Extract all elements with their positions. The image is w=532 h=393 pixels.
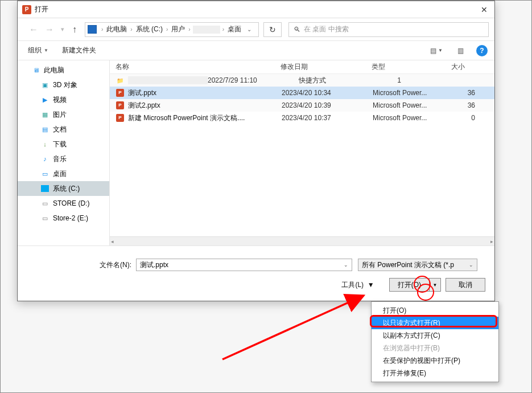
menu-item-open-copy[interactable]: 以副本方式打开(C) [372,329,498,342]
breadcrumb-desktop[interactable]: 桌面 [226,24,242,34]
sidebar-item-documents[interactable]: ▤文档 [18,122,109,137]
up-button[interactable]: ↑ [68,24,81,35]
col-type[interactable]: 类型 [372,62,451,72]
music-icon: ♪ [40,154,50,163]
search-placeholder: 在 桌面 中搜索 [304,24,349,34]
breadcrumb-root[interactable]: 此电脑 [105,24,128,34]
open-dropdown-button[interactable]: ▼ [430,278,441,292]
pc-icon [88,25,97,34]
open-button[interactable]: 打开(O) [389,278,430,292]
file-row[interactable]: 📁 hidden 2022/7/29 11:10 快捷方式 1 [110,74,494,87]
file-row[interactable]: P 新建 Microsoft PowerPoint 演示文稿.... 2023/… [110,112,494,124]
breadcrumb[interactable]: › 此电脑 › 系统 (C:) › 用户 › xx › 桌面 ⌄ [85,22,259,37]
file-type-filter[interactable]: 所有 PowerPoint 演示文稿 (*.p ⌄ [358,259,477,271]
organize-button[interactable]: 组织▼ [24,43,52,58]
refresh-button[interactable]: ↻ [263,22,282,37]
download-icon: ↓ [40,140,50,149]
desktop-icon: ▭ [40,169,50,178]
ppt-icon: P [116,113,125,122]
breadcrumb-dropdown[interactable]: ⌄ [242,26,256,32]
file-type: Microsoft Power... [373,114,452,122]
menu-item-open[interactable]: 打开(O) [372,304,498,317]
powerpoint-icon: P [22,5,31,14]
file-type: 快捷方式 [299,76,378,85]
filename-label: 文件名(N): [100,260,131,270]
close-button[interactable]: ✕ [477,3,491,16]
file-size: 1 [378,76,401,84]
chevron-right-icon: › [164,26,170,32]
file-row[interactable]: P 测试2.pptx 2023/4/20 10:39 Microsoft Pow… [110,99,494,112]
menu-item-open-repair[interactable]: 打开并修复(E) [372,367,498,379]
col-date[interactable]: 修改日期 [281,62,372,72]
picture-icon: ▦ [40,110,50,119]
cube-icon: ▣ [40,80,50,89]
file-row[interactable]: P 测试.pptx 2023/4/20 10:34 Microsoft Powe… [110,87,494,99]
col-size[interactable]: 大小 [451,62,474,72]
open-dropdown-menu: 打开(O) 以只读方式打开(R) 以副本方式打开(C) 在浏览器中打开(B) 在… [371,301,499,382]
search-icon: 🔍︎ [294,26,300,34]
back-button[interactable]: ← [26,24,42,35]
dialog-title: 打开 [35,5,48,14]
breadcrumb-drive[interactable]: 系统 (C:) [135,24,164,34]
forward-button[interactable]: → [42,24,57,35]
help-button[interactable]: ? [476,45,488,56]
file-size: 0 [452,114,475,122]
svg-line-0 [222,296,364,359]
footer: 文件名(N): 测试.pptx ⌄ 所有 PowerPoint 演示文稿 (*.… [18,245,494,292]
file-name: 新建 Microsoft PowerPoint 演示文稿.... [128,113,282,123]
chevron-right-icon: › [99,26,105,32]
sidebar-item-drive-e[interactable]: ▭Store-2 (E:) [18,211,109,226]
drive-icon: ▭ [40,199,50,208]
file-date: 2023/4/20 10:39 [282,101,373,109]
chevron-down-icon[interactable]: ⌄ [344,262,348,268]
sidebar-item-downloads[interactable]: ↓下载 [18,137,109,152]
sidebar-item-video[interactable]: ▶视频 [18,92,109,107]
sidebar-item-drive-c[interactable]: 系统 (C:) [18,181,109,196]
file-size: 36 [452,101,475,109]
nav-row: ← → ▾ ↑ › 此电脑 › 系统 (C:) › 用户 › xx › 桌面 ⌄… [18,18,494,41]
breadcrumb-user-blurred[interactable]: xx [193,26,220,34]
ppt-icon: P [116,88,125,97]
menu-item-open-readonly[interactable]: 以只读方式打开(R) [372,317,498,329]
sidebar-item-pictures[interactable]: ▦图片 [18,107,109,122]
preview-button[interactable]: ▥ [452,44,468,57]
file-type: Microsoft Power... [373,101,452,109]
sidebar-item-music[interactable]: ♪音乐 [18,152,109,166]
file-pane: 名称 修改日期 类型 大小 📁 hidden 2022/7/29 11:10 快… [110,60,494,245]
titlebar: P 打开 ✕ [18,1,494,18]
sidebar-item-3d[interactable]: ▣3D 对象 [18,77,109,92]
sidebar-item-desktop[interactable]: ▭桌面 [18,166,109,181]
video-icon: ▶ [40,95,50,104]
drive-icon: ▭ [40,214,50,223]
chevron-down-icon[interactable]: ⌄ [469,262,473,268]
open-split-button[interactable]: 打开(O) ▼ [389,278,441,292]
chevron-right-icon: › [186,26,192,32]
breadcrumb-users[interactable]: 用户 [170,24,186,34]
filename-input[interactable]: 测试.pptx ⌄ [136,259,352,271]
file-date: 2023/4/20 10:37 [282,114,373,122]
history-dropdown[interactable]: ▾ [57,26,68,33]
toolbar: 组织▼ 新建文件夹 ▤ ▼ ▥ ? [18,41,494,60]
chevron-right-icon: › [128,26,134,32]
windows-icon [40,184,50,193]
menu-item-open-browser[interactable]: 在浏览器中打开(B) [372,342,498,354]
horizontal-scrollbar[interactable]: ◂▸ [110,236,494,245]
file-list: 📁 hidden 2022/7/29 11:10 快捷方式 1 P 测试.ppt… [110,74,494,236]
file-date: 2023/4/20 10:34 [282,89,373,97]
col-name[interactable]: 名称 [116,62,281,72]
view-button[interactable]: ▤ ▼ [428,44,444,57]
open-file-dialog: P 打开 ✕ ← → ▾ ↑ › 此电脑 › 系统 (C:) › 用户 › xx… [17,1,495,301]
sidebar: 🖥此电脑 ▣3D 对象 ▶视频 ▦图片 ▤文档 ↓下载 ♪音乐 ▭桌面 系统 (… [18,60,110,245]
document-icon: ▤ [40,125,50,134]
tools-button[interactable]: 工具(L) ▼ [341,280,374,290]
sidebar-item-drive-d[interactable]: ▭STORE (D:) [18,196,109,211]
folder-icon: 📁 [116,76,125,85]
sidebar-item-this-pc[interactable]: 🖥此电脑 [18,63,109,77]
new-folder-button[interactable]: 新建文件夹 [59,43,100,58]
column-headers[interactable]: 名称 修改日期 类型 大小 [110,60,494,74]
file-name: 测试2.pptx [128,101,282,110]
menu-item-open-protected[interactable]: 在受保护的视图中打开(P) [372,354,498,367]
pc-icon: 🖥 [31,66,40,75]
search-input[interactable]: 🔍︎ 在 桌面 中搜索 [288,22,489,37]
cancel-button[interactable]: 取消 [446,278,485,292]
